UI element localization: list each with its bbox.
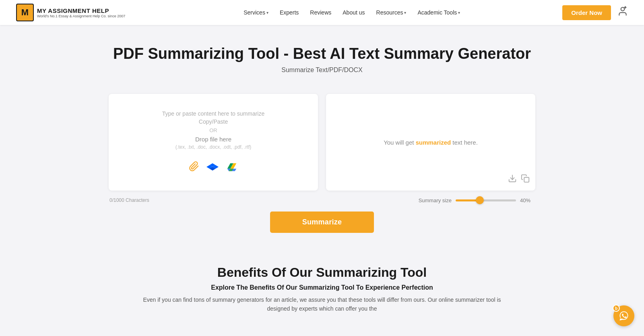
output-placeholder: You will get summarized text here. (384, 139, 478, 146)
summarize-btn-wrap: Summarize (109, 212, 535, 233)
logo-text-block: MY ASSIGNMENT HELP World's No.1 Essay & … (37, 7, 125, 18)
chevron-down-icon: ▾ (458, 10, 460, 15)
summary-size-label: Summary size (419, 197, 452, 203)
drop-file-label: Drop file here (195, 136, 231, 143)
char-count: 0/1000 Characters (109, 197, 149, 203)
summarize-button[interactable]: Summarize (270, 212, 374, 233)
svg-point-0 (621, 7, 625, 11)
summary-slider[interactable] (456, 196, 516, 204)
chevron-down-icon: ▾ (266, 10, 268, 15)
navbar: M MY ASSIGNMENT HELP World's No.1 Essay … (0, 0, 644, 25)
tool-panels: Type or paste content here to summarize … (109, 94, 535, 191)
download-icon[interactable] (508, 174, 517, 185)
input-panel-content: Type or paste content here to summarize … (162, 110, 264, 174)
copy-icon[interactable] (521, 174, 530, 185)
benefits-title: Benefits Of Our Summarizing Tool (8, 265, 636, 280)
output-panel: You will get summarized text here. (326, 94, 535, 191)
svg-rect-13 (524, 177, 529, 182)
tool-area: Type or paste content here to summarize … (101, 86, 543, 257)
benefits-description: Even if you can find tons of summary gen… (141, 295, 503, 313)
controls-row: 0/1000 Characters Summary size 40% (109, 196, 535, 204)
hero-subtitle: Summarize Text/PDF/DOCX (8, 66, 636, 74)
nav-item-resources[interactable]: Resources▾ (376, 9, 407, 16)
input-placeholder-line1: Type or paste content here to summarize (162, 110, 264, 117)
chevron-down-icon: ▾ (404, 10, 406, 15)
slider-thumb (476, 196, 484, 204)
logo-title: MY ASSIGNMENT HELP (37, 7, 125, 14)
input-panel[interactable]: Type or paste content here to summarize … (109, 94, 318, 191)
output-placeholder-before: You will get (384, 139, 416, 146)
logo-link[interactable]: M MY ASSIGNMENT HELP World's No.1 Essay … (16, 4, 125, 21)
output-panel-content: You will get summarized text here. (334, 106, 527, 178)
file-formats: (.tex, .txt, .doc, .docx, .odt, .pdf, .r… (175, 144, 252, 150)
nav-item-reviews[interactable]: Reviews (310, 9, 331, 16)
whatsapp-badge: b (613, 305, 620, 312)
navbar-actions: Order Now (562, 5, 628, 20)
page-title: PDF Summarizing Tool - Best AI Text Summ… (8, 45, 636, 62)
logo-sub: World's No.1 Essay & Assignment Help Co.… (37, 14, 125, 18)
nav-item-experts[interactable]: Experts (280, 9, 299, 16)
input-placeholder-line2: Copy/Paste (199, 118, 228, 125)
summary-percent: 40% (520, 197, 535, 203)
nav-item-services[interactable]: Services▾ (244, 9, 268, 16)
paperclip-icon[interactable] (189, 161, 199, 174)
navbar-nav: Services▾ExpertsReviewsAbout usResources… (141, 9, 562, 16)
order-now-button[interactable]: Order Now (562, 5, 611, 20)
upload-icons (189, 161, 238, 174)
benefits-subtitle: Explore The Benefits Of Our Summarizing … (8, 284, 636, 291)
summary-size-wrap: Summary size 40% (419, 196, 535, 204)
slider-track (456, 199, 516, 201)
hero-section: PDF Summarizing Tool - Best AI Text Summ… (0, 25, 644, 86)
nav-item-about-us[interactable]: About us (343, 9, 365, 16)
logo-icon: M (16, 4, 34, 21)
google-drive-icon[interactable] (226, 161, 238, 174)
or-divider: OR (209, 127, 217, 133)
output-actions (508, 174, 530, 185)
dropbox-icon[interactable] (206, 161, 219, 174)
user-icon[interactable] (617, 6, 628, 19)
output-placeholder-after: text here. (451, 139, 478, 146)
benefits-section: Benefits Of Our Summarizing Tool Explore… (0, 257, 644, 313)
nav-item-academic-tools[interactable]: Academic Tools▾ (417, 9, 460, 16)
output-placeholder-highlight: summarized (416, 139, 451, 146)
